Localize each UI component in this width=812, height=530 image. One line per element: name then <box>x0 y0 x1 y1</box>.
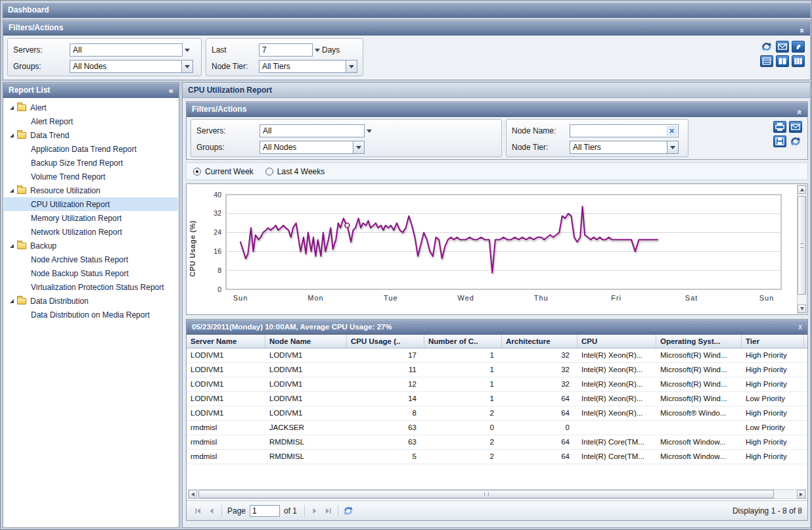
table-cell: LODIVM1 <box>265 377 347 391</box>
collapse-panel-icon[interactable]: « <box>796 28 809 33</box>
tree-report-item[interactable]: CPU Utilization Report <box>4 197 178 211</box>
chevron-down-icon[interactable] <box>353 141 364 153</box>
chevron-down-icon[interactable] <box>181 60 192 72</box>
layout-three-column-icon[interactable] <box>792 55 805 67</box>
servers-dropdown-arrow[interactable] <box>183 49 192 52</box>
tree-report-item[interactable]: Alert Report <box>4 114 178 128</box>
expand-icon[interactable] <box>10 299 14 303</box>
last-days-dropdown-arrow[interactable] <box>313 49 322 52</box>
report-list-header: Report List « <box>3 83 179 98</box>
expand-icon[interactable] <box>10 189 14 193</box>
column-header[interactable]: CPU <box>577 335 656 348</box>
layout-two-column-icon[interactable] <box>776 55 789 67</box>
save-icon[interactable] <box>773 135 786 147</box>
refresh-grid-icon[interactable] <box>342 504 355 518</box>
refresh-icon[interactable] <box>789 135 802 147</box>
chevron-down-icon[interactable] <box>346 60 357 72</box>
previous-page-icon[interactable] <box>205 504 218 518</box>
table-row[interactable]: rmdmislJACKSER6300Low Priority <box>187 421 807 435</box>
tree-report-item[interactable]: Application Data Trend Report <box>4 142 178 156</box>
groups-dropdown[interactable]: All Nodes <box>259 141 365 154</box>
clear-input-icon[interactable]: ✕ <box>667 126 677 135</box>
table-row[interactable]: rmdmislRMDMISL63264Intel(R) Core(TM...Mi… <box>187 435 807 450</box>
last-4-weeks-radio[interactable]: Last 4 Weeks <box>265 167 325 176</box>
column-header[interactable]: Tier <box>742 335 804 348</box>
last-days-field[interactable]: 7 <box>259 43 313 57</box>
first-page-icon[interactable] <box>192 504 205 518</box>
radio-icon[interactable] <box>265 168 273 176</box>
servers-field[interactable]: All <box>70 43 183 57</box>
expand-icon[interactable] <box>10 106 14 110</box>
groups-dropdown[interactable]: All Nodes <box>70 60 193 73</box>
table-row[interactable]: LODIVM1LODIVM114164Intel(R) Xeon(R)...Mi… <box>187 392 807 406</box>
next-page-icon[interactable] <box>308 504 321 518</box>
tree-folder-item[interactable]: Alert <box>4 101 178 114</box>
print-icon[interactable] <box>773 121 786 133</box>
email-icon[interactable] <box>776 41 789 53</box>
tree-report-item[interactable]: Backup Size Trend Report <box>4 156 178 170</box>
table-cell: 2 <box>424 450 502 464</box>
close-icon[interactable]: x <box>798 320 802 334</box>
servers-dropdown-arrow[interactable] <box>365 130 374 133</box>
tree-report-item[interactable]: Memory Utilization Report <box>4 211 178 225</box>
tree-folder-item[interactable]: Backup <box>4 239 178 253</box>
node-tier-dropdown[interactable]: All Tiers <box>259 60 357 73</box>
email-icon[interactable] <box>789 121 802 133</box>
tree-folder-item[interactable]: Data Trend <box>4 128 178 142</box>
table-cell: LODIVM1 <box>265 406 347 420</box>
last-page-icon[interactable] <box>321 504 334 518</box>
table-row[interactable]: LODIVM1LODIVM112132Intel(R) Xeon(R)...Mi… <box>187 377 807 392</box>
folder-icon <box>17 187 26 194</box>
radio-icon[interactable] <box>193 168 201 176</box>
tree-report-item[interactable]: Node Archive Status Report <box>4 253 178 266</box>
svg-text:Tue: Tue <box>384 294 398 302</box>
tree-report-item[interactable]: Data Distribution on Media Report <box>4 308 178 322</box>
table-row[interactable]: rmdmislRMDMISL5264Intel(R) Core(TM...Mic… <box>187 450 807 464</box>
current-week-radio[interactable]: Current Week <box>193 167 254 176</box>
table-cell: 0 <box>502 421 577 435</box>
column-header[interactable]: Server Name <box>187 335 265 348</box>
tree-report-item[interactable]: Virtualization Protection Status Report <box>4 280 178 294</box>
column-header[interactable]: Node Name <box>265 335 347 348</box>
tree-folder-item[interactable]: Resource Utilization <box>4 183 178 197</box>
chevron-down-icon[interactable] <box>667 141 678 153</box>
page-number-input[interactable] <box>250 505 280 517</box>
scrollbar-thumb[interactable] <box>798 196 806 295</box>
column-header[interactable]: CPU Usage (.. <box>347 335 424 348</box>
tree-report-item[interactable]: Network Utilization Report <box>4 225 178 239</box>
expand-icon[interactable] <box>10 133 14 137</box>
scrollbar-thumb[interactable] <box>198 490 774 498</box>
refresh-icon[interactable] <box>760 41 773 53</box>
table-cell: LODIVM1 <box>265 363 347 377</box>
table-cell: High Priority <box>742 377 804 391</box>
tree-report-item[interactable]: Node Backup Status Report <box>4 266 178 280</box>
grid-horizontal-scrollbar[interactable] <box>188 489 806 499</box>
layout-single-icon[interactable] <box>760 55 773 67</box>
node-tier-dropdown[interactable]: All Tiers <box>570 141 679 154</box>
node-name-input[interactable]: ✕ <box>570 124 679 137</box>
scroll-up-icon[interactable] <box>798 185 806 194</box>
tree-report-item[interactable]: Volume Trend Report <box>4 170 178 183</box>
table-row[interactable]: LODIVM1LODIVM18264Intel(R) Xeon(R)...Mic… <box>187 406 807 421</box>
column-header[interactable]: Number of C.. <box>424 335 502 348</box>
scroll-right-icon[interactable] <box>797 490 805 498</box>
table-row[interactable]: LODIVM1LODIVM117132Intel(R) Xeon(R)...Mi… <box>187 349 807 363</box>
tree-item-label: Alert Report <box>4 117 73 126</box>
expand-icon[interactable] <box>10 244 14 248</box>
window-icon[interactable] <box>792 41 805 53</box>
svg-text:Wed: Wed <box>458 294 474 302</box>
scroll-down-icon[interactable] <box>798 304 806 313</box>
tree-item-label: CPU Utilization Report <box>4 200 110 209</box>
scroll-left-icon[interactable] <box>189 490 197 498</box>
table-cell: Microsoft(R) Wind... <box>656 363 742 377</box>
tree-folder-item[interactable]: Data Distribution <box>4 294 178 308</box>
servers-field[interactable]: All <box>259 124 365 137</box>
table-row[interactable]: LODIVM1LODIVM111132Intel(R) Xeon(R)...Mi… <box>187 363 807 377</box>
column-header[interactable]: Operating Syst... <box>656 335 742 348</box>
collapse-panel-icon[interactable]: « <box>793 110 807 114</box>
tree-item-label: Resource Utilization <box>30 186 101 195</box>
chart-vertical-scrollbar[interactable] <box>797 185 807 314</box>
column-header[interactable]: Architecture <box>502 335 577 348</box>
collapse-sidebar-icon[interactable]: « <box>169 84 173 97</box>
table-cell: 1 <box>424 349 502 362</box>
